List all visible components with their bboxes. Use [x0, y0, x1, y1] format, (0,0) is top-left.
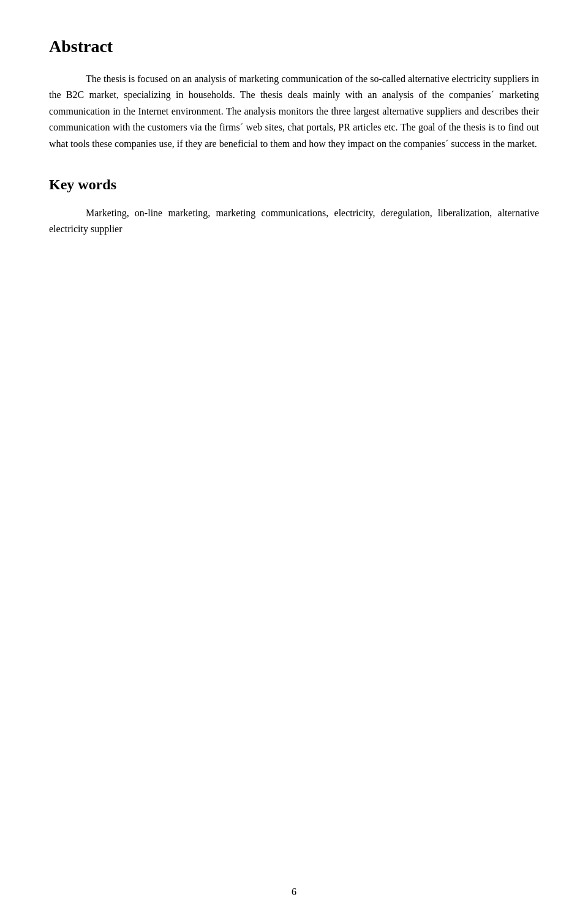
- keywords-body: Marketing, on-line marketing, marketing …: [49, 205, 539, 238]
- abstract-body: The thesis is focused on an analysis of …: [49, 71, 539, 152]
- keywords-paragraph-1: Marketing, on-line marketing, marketing …: [49, 205, 539, 238]
- abstract-paragraph-1: The thesis is focused on an analysis of …: [49, 71, 539, 152]
- page: Abstract The thesis is focused on an ana…: [0, 0, 588, 922]
- keywords-title: Key words: [49, 176, 539, 193]
- page-number: 6: [292, 886, 296, 897]
- abstract-title: Abstract: [49, 37, 539, 56]
